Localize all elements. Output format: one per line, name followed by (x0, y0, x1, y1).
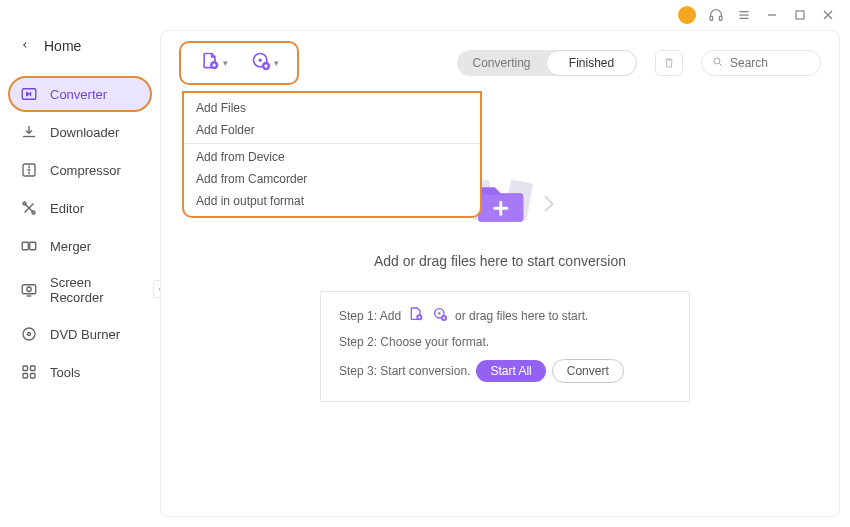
svg-rect-6 (796, 11, 804, 19)
search-input[interactable] (730, 56, 810, 70)
svg-line-28 (720, 64, 723, 67)
sidebar-item-label: Compressor (50, 163, 121, 178)
downloader-icon (20, 123, 38, 141)
tools-icon (20, 363, 38, 381)
dvd-burner-icon (20, 325, 38, 343)
svg-point-27 (714, 58, 720, 64)
svg-point-36 (438, 312, 440, 314)
svg-rect-19 (23, 366, 28, 371)
sidebar-item-label: DVD Burner (50, 327, 120, 342)
sidebar-item-label: Editor (50, 201, 84, 216)
tab-converting[interactable]: Converting (457, 50, 546, 76)
main-topbar: ▾ ▾ Converting Finished (179, 41, 821, 85)
sidebar-item-label: Converter (50, 87, 107, 102)
home-nav[interactable]: Home (8, 30, 152, 62)
svg-rect-21 (23, 374, 28, 379)
drop-zone-text: Add or drag files here to start conversi… (320, 253, 680, 269)
svg-rect-14 (30, 242, 36, 250)
add-disc-button[interactable]: ▾ (250, 51, 279, 75)
merger-icon (20, 237, 38, 255)
convert-button[interactable]: Convert (552, 359, 624, 383)
svg-rect-20 (31, 366, 36, 371)
headset-icon[interactable] (708, 7, 724, 23)
sidebar-item-downloader[interactable]: Downloader (8, 114, 152, 150)
add-button-group: ▾ ▾ (179, 41, 299, 85)
sidebar-item-screen-recorder[interactable]: Screen Recorder (8, 266, 152, 314)
svg-point-17 (23, 328, 35, 340)
svg-rect-13 (22, 242, 28, 250)
dropdown-separator (184, 143, 480, 144)
sidebar-item-label: Merger (50, 239, 91, 254)
add-file-button[interactable]: ▾ (199, 51, 228, 75)
sidebar-item-label: Tools (50, 365, 80, 380)
sidebar-item-compressor[interactable]: Compressor (8, 152, 152, 188)
file-plus-icon (407, 306, 425, 325)
svg-rect-1 (719, 16, 722, 20)
converter-icon (20, 85, 38, 103)
dropdown-item-add-folder[interactable]: Add Folder (184, 119, 480, 141)
close-icon[interactable] (820, 7, 836, 23)
svg-rect-0 (710, 16, 713, 20)
sidebar-item-editor[interactable]: Editor (8, 190, 152, 226)
menu-icon[interactable] (736, 7, 752, 23)
svg-point-16 (27, 287, 32, 292)
search-box[interactable] (701, 50, 821, 76)
back-icon[interactable] (20, 39, 30, 54)
add-file-dropdown: Add Files Add Folder Add from Device Add… (182, 91, 482, 218)
step-1-suffix: or drag files here to start. (455, 309, 588, 323)
steps-block: Step 1: Add or drag files here to start.… (320, 291, 690, 402)
chevron-down-icon: ▾ (223, 58, 228, 68)
editor-icon (20, 199, 38, 217)
minimize-icon[interactable] (764, 7, 780, 23)
sidebar-item-label: Downloader (50, 125, 119, 140)
sidebar-item-tools[interactable]: Tools (8, 354, 152, 390)
disc-plus-icon (250, 51, 272, 75)
step-1: Step 1: Add or drag files here to start. (339, 306, 671, 325)
disc-plus-icon (431, 306, 449, 325)
svg-point-25 (259, 59, 262, 62)
dropdown-item-add-from-camcorder[interactable]: Add from Camcorder (184, 168, 480, 190)
tab-finished[interactable]: Finished (546, 50, 637, 76)
sidebar-item-converter[interactable]: Converter (8, 76, 152, 112)
step-3-text: Step 3: Start conversion. (339, 364, 470, 378)
window-titlebar (0, 0, 850, 30)
delete-all-button[interactable] (655, 50, 683, 76)
dropdown-item-add-from-device[interactable]: Add from Device (184, 146, 480, 168)
status-segmented-control: Converting Finished (457, 50, 637, 76)
sidebar-item-dvd-burner[interactable]: DVD Burner (8, 316, 152, 352)
search-icon (712, 54, 724, 72)
sidebar: Home Converter Downloader Compressor Edi… (0, 30, 160, 527)
screen-recorder-icon (20, 281, 38, 299)
home-label: Home (44, 38, 81, 54)
step-3: Step 3: Start conversion. Start All Conv… (339, 359, 671, 383)
main-panel: ▾ ▾ Converting Finished (160, 30, 840, 517)
user-avatar-icon[interactable] (678, 6, 696, 24)
step-1-prefix: Step 1: Add (339, 309, 401, 323)
svg-rect-15 (22, 285, 36, 294)
compressor-icon (20, 161, 38, 179)
sidebar-item-label: Screen Recorder (50, 275, 140, 305)
chevron-down-icon: ▾ (274, 58, 279, 68)
dropdown-item-add-in-output-format[interactable]: Add in output format (184, 190, 480, 212)
maximize-icon[interactable] (792, 7, 808, 23)
file-plus-icon (199, 51, 221, 75)
step-2: Step 2: Choose your format. (339, 335, 671, 349)
start-all-button[interactable]: Start All (476, 360, 545, 382)
svg-rect-22 (31, 374, 36, 379)
svg-point-18 (28, 333, 31, 336)
dropdown-item-add-files[interactable]: Add Files (184, 97, 480, 119)
sidebar-item-merger[interactable]: Merger (8, 228, 152, 264)
